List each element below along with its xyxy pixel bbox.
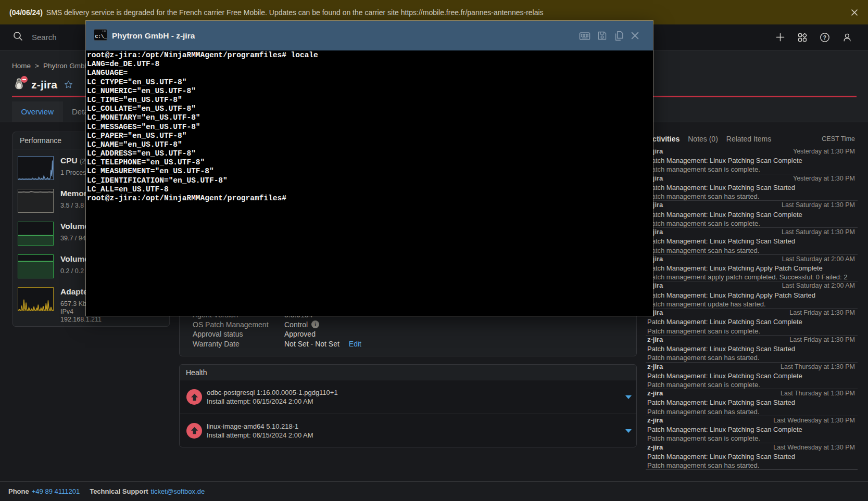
metric-sparkline-chart [18,189,54,213]
patch-name: linux-image-amd64 5.10.218-1 [207,422,313,431]
activity-row[interactable]: z-jira Last Wednesday at 1:30 PM Patch M… [646,416,858,443]
activity-row[interactable]: z-jira Last Thursday at 1:30 PM Patch Ma… [646,363,858,390]
activity-description: Patch management scan has started. [647,192,855,201]
banner-close-icon[interactable] [850,8,859,17]
activity-timestamp: Last Friday at 1:30 PM [789,309,855,317]
breadcrumb-home[interactable]: Home [12,62,31,70]
tab-notes[interactable]: Notes (0) [688,135,718,143]
detail-label: Approval status [193,330,284,338]
phone-link[interactable]: +49 89 4111201 [32,487,80,495]
patch-install-attempt: Install attempt: 06/15/2024 2:00 AM [207,397,338,406]
activity-row[interactable]: z-jira Yesterday at 1:30 PM Patch Manage… [646,147,858,174]
add-button[interactable] [775,32,785,42]
health-rows: odbc-postgresql 1:16.00.0005-1.pgdg110+1… [180,380,636,447]
activities-tabs: Activities Notes (0) Related Items CEST … [646,130,858,147]
activity-row[interactable]: z-jira Yesterday at 1:30 PM Patch Manage… [646,174,858,201]
terminal-modal: C:\_ Phytron GmbH - z-jira root@ [85,20,653,316]
detail-value: Control [284,320,308,329]
activity-row[interactable]: z-jira Last Saturday at 2:00 AM Patch Ma… [646,255,858,282]
save-icon[interactable] [597,30,608,41]
terminal-output[interactable]: root@z-jira:/opt/NinjaRMMAgent/programfi… [86,50,653,316]
activity-row[interactable]: z-jira Last Saturday at 1:30 PM Patch Ma… [646,228,858,255]
tab-overview[interactable]: Overview [12,101,63,122]
support-email-link[interactable]: ticket@softbox.de [151,487,205,495]
activity-description: Patch management scan is complete. [647,434,855,443]
activity-timestamp: Last Saturday at 1:30 PM [782,228,855,237]
terminal-line: root@z-jira:/opt/NinjaRMMAgent/programfi… [87,51,653,60]
detail-value: Not Set - Not Set [284,340,339,348]
detail-row: Approval status Approvedi [193,329,623,339]
activity-row[interactable]: z-jira Last Wednesday at 1:30 PM Patch M… [646,443,858,470]
activity-timestamp: Last Saturday at 1:30 PM [782,201,855,210]
detail-row: Warranty Date Not Set - Not SetiEdit [193,339,623,349]
activity-timestamp: Last Thursday at 1:30 PM [781,363,855,371]
activities-panel: Activities Notes (0) Related Items CEST … [646,130,858,470]
activity-action: Patch Management: Linux Patching Scan Co… [647,317,855,326]
terminal-line: LC_ADDRESS="en_US.UTF-8" [87,149,653,158]
metric-label: Volume [60,254,89,263]
global-search[interactable]: Search [13,24,57,50]
activity-action: Patch Management: Linux Patching Scan St… [647,398,855,407]
detail-row: OS Patch Management Controli [193,319,623,329]
activity-action: Patch Management: Linux Patching Scan St… [647,452,855,461]
search-input[interactable]: Search [32,33,57,42]
activity-row[interactable]: z-jira Last Friday at 1:30 PM Patch Mana… [646,309,858,336]
terminal-line: LC_CTYPE="en_US.UTF-8" [87,78,653,87]
terminal-line: LC_NUMERIC="en_US.UTF-8" [87,87,653,96]
activity-device: z-jira [647,362,663,371]
terminal-modal-title: Phytron GmbH - z-jira [112,31,195,41]
help-icon[interactable]: ? [820,32,830,43]
activity-timestamp: Last Wednesday at 1:30 PM [773,443,855,452]
virtual-keyboard-icon[interactable] [578,30,591,42]
terminal-line: root@z-jira:/opt/NinjaRMMAgent/programfi… [87,194,653,203]
activity-row[interactable]: z-jira Last Friday at 1:30 PM Patch Mana… [646,336,858,363]
terminal-line: LC_ALL=en_US.UTF-8 [87,185,653,194]
health-row[interactable]: odbc-postgresql 1:16.00.0005-1.pgdg110+1… [180,380,636,414]
terminal-line: LC_MONETARY="en_US.UTF-8" [87,113,653,122]
activity-description: Patch management scan has started. [647,461,855,470]
copy-icon[interactable] [613,30,625,42]
favorite-star-icon[interactable] [64,80,73,91]
patch-name: odbc-postgresql 1:16.00.0005-1.pgdg110+1 [207,388,338,397]
activity-device: z-jira [647,389,663,397]
activity-device: z-jira [647,416,663,425]
activity-timestamp: Last Friday at 1:30 PM [789,336,855,344]
modal-close-icon[interactable] [631,31,639,40]
activity-description: Patch management update has started. [647,300,855,309]
cmd-terminal-icon: C:\_ [94,29,107,43]
health-row[interactable]: linux-image-amd64 5.10.218-1 Install att… [180,414,636,447]
user-avatar-icon[interactable] [842,32,852,43]
info-icon[interactable]: i [311,320,319,328]
activities-list: z-jira Yesterday at 1:30 PM Patch Manage… [646,147,858,470]
activity-description: Patch management scan has started. [647,246,855,255]
activity-description: Patch management apply patch completed. … [647,273,855,281]
terminal-modal-titlebar[interactable]: C:\_ Phytron GmbH - z-jira [86,21,653,50]
activity-row[interactable]: z-jira Last Thursday at 1:30 PM Patch Ma… [646,389,858,416]
terminal-line: LANGUAGE= [87,69,653,78]
device-name-title: z-jira [31,79,57,91]
activity-timestamp: Last Thursday at 1:30 PM [781,389,855,398]
support-label: Technical Support [90,487,148,495]
metric-sub-value: 192.168.1.211 [60,316,102,324]
activity-action: Patch Management: Linux Patching Scan St… [647,237,855,246]
search-icon [13,31,23,43]
apps-grid-icon[interactable] [797,32,808,43]
activity-row[interactable]: z-jira Last Saturday at 1:30 PM Patch Ma… [646,201,858,228]
expand-caret-icon[interactable] [625,429,632,433]
banner-message: SMS delivery service is degraded for the… [46,8,544,17]
page-footer: Phone +49 89 4111201 Technical Support t… [0,481,868,501]
activity-row[interactable]: z-jira Last Saturday at 2:00 AM Patch Ma… [646,281,858,309]
tab-related-items[interactable]: Related Items [726,135,771,143]
activity-description: Patch management scan is complete. [647,327,855,336]
activity-timestamp: Yesterday at 1:30 PM [793,174,855,183]
terminal-line: LC_NAME="en_US.UTF-8" [87,140,653,149]
expand-caret-icon[interactable] [625,395,632,399]
edit-link[interactable]: Edit [349,340,361,348]
activity-device: z-jira [647,443,663,452]
svg-text:?: ? [823,34,826,40]
breadcrumb-current[interactable]: Phytron GmbH [43,62,90,70]
breadcrumb: Home > Phytron GmbH [12,62,90,70]
activity-action: Patch Management: Linux Patching Scan Co… [647,210,855,219]
activity-timestamp: Last Saturday at 2:00 AM [782,281,855,290]
activity-device: z-jira [647,335,663,344]
